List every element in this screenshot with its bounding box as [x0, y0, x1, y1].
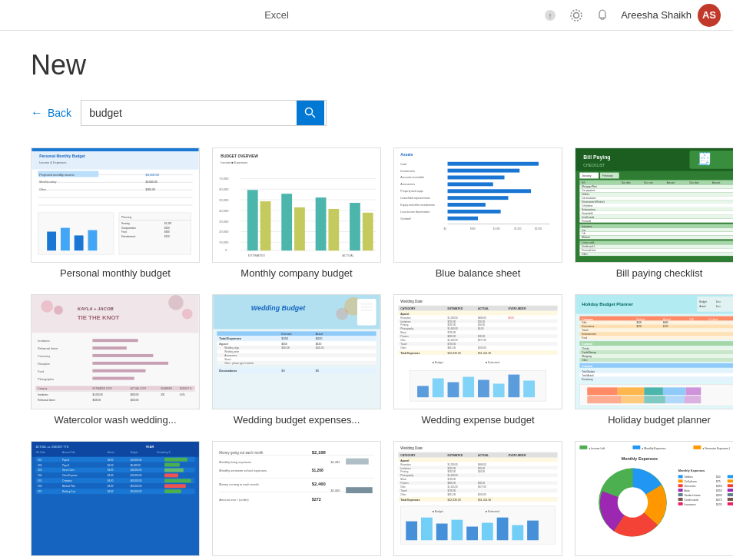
svg-text:Monthly living expenses: Monthly living expenses [219, 460, 251, 464]
back-arrow-icon: ← [31, 106, 43, 120]
template-label: Wedding expense budget [393, 414, 562, 426]
template-card-monthly-company-budget[interactable]: BUDGET OVERVIEW Income ■ Expenses 70,000… [212, 147, 381, 279]
svg-rect-498 [678, 502, 683, 505]
svg-text:$150: $150 [636, 325, 642, 328]
svg-text:Actual: Actual [316, 333, 323, 336]
template-card-bill-paying-checklist[interactable]: Bill Paying CHECKLIST 🧾 January February… [575, 147, 733, 279]
svg-rect-124 [579, 204, 733, 207]
svg-rect-314 [579, 354, 733, 358]
svg-rect-482 [678, 484, 683, 487]
template-thumb: Wedding Date: CATEGORY ESTIMATED ACTUAL … [393, 441, 562, 556]
svg-rect-74 [448, 162, 539, 166]
svg-text:BUDGET OVERVIEW: BUDGET OVERVIEW [221, 154, 258, 158]
svg-rect-304 [579, 332, 733, 336]
svg-rect-369 [164, 473, 178, 477]
svg-rect-28 [61, 228, 70, 251]
template-card-watercolor-wash-wedding[interactable]: KAYLA + JACOB TIE THE KNOT Invitations R… [31, 294, 200, 426]
svg-rect-217 [217, 368, 376, 373]
svg-rect-375 [164, 479, 191, 482]
svg-rect-462 [527, 521, 539, 541]
svg-rect-68 [363, 213, 373, 250]
svg-text:$250.00: $250.00 [448, 470, 456, 473]
share-icon[interactable]: ↑ [541, 6, 559, 25]
back-button[interactable]: ← Back [31, 106, 71, 120]
svg-rect-493 [728, 493, 733, 496]
settings-icon[interactable] [567, 6, 585, 25]
user-info[interactable]: Areesha Shaikh AS [621, 4, 721, 27]
svg-text:● Income Left: ● Income Left [589, 447, 605, 450]
svg-text:$40,000.00: $40,000.00 [131, 479, 142, 482]
svg-text:002: 002 [38, 464, 41, 467]
svg-text:Company: Company [62, 479, 72, 482]
svg-text:■ Estimated: ■ Estimated [486, 510, 499, 513]
svg-rect-454 [406, 522, 417, 541]
template-thumb: Holiday Budget Planner Budget Actual $xx… [575, 294, 733, 409]
svg-rect-481 [728, 479, 733, 482]
svg-text:Entertainment: Entertainment [582, 333, 596, 336]
svg-text:Monthly semester school expens: Monthly semester school expenses [219, 469, 267, 472]
svg-text:Holiday Budget Planner: Holiday Budget Planner [582, 302, 633, 307]
svg-text:$677.00: $677.00 [478, 485, 486, 489]
svg-rect-320 [579, 369, 733, 373]
svg-rect-76 [448, 169, 520, 173]
svg-rect-65 [316, 197, 327, 250]
template-card-semester-budget[interactable]: ● Income Left ● Monthly Expenses ● Semes… [575, 441, 733, 560]
svg-rect-61 [247, 190, 258, 250]
svg-text:Other: Other [39, 188, 46, 191]
svg-rect-274 [448, 382, 459, 397]
svg-text:↑: ↑ [549, 12, 552, 20]
svg-rect-80 [448, 182, 493, 186]
svg-rect-126 [579, 207, 733, 211]
svg-text:Total Actual: Total Actual [582, 374, 593, 377]
svg-text:Invitations: Invitations [400, 467, 411, 470]
search-button[interactable] [297, 101, 324, 125]
topbar-icons: ↑ [541, 6, 612, 25]
svg-text:Rehearsal dinner: Rehearsal dinner [38, 399, 55, 402]
svg-text:$500: $500 [716, 494, 722, 497]
svg-text:Travel: Travel [400, 343, 406, 346]
svg-text:Car payment: Car payment [582, 189, 595, 192]
template-card-actual-vs-budget[interactable]: ACTUAL vs. BUDGET YTD YEAR Gift Code Acc… [31, 441, 200, 560]
back-label: Back [48, 107, 71, 119]
svg-text:Actual: Actual [108, 451, 114, 454]
svg-text:Music: Music [400, 331, 406, 334]
svg-rect-330 [663, 387, 686, 395]
template-card-monthly-going[interactable]: Money going out each month Monthly livin… [212, 441, 381, 560]
svg-text:Food: Food [38, 370, 44, 373]
template-card-wedding-expense-budget[interactable]: Wedding Date: CATEGORY ESTIMATED ACTUAL … [393, 294, 562, 426]
svg-text:January: January [582, 174, 592, 177]
svg-text:Credit cards: Credit cards [582, 216, 594, 219]
page-title: New [31, 49, 702, 81]
svg-text:$400: $400 [164, 231, 170, 234]
svg-rect-228 [398, 311, 557, 316]
svg-text:Medical Plan: Medical Plan [62, 485, 75, 488]
svg-text:TIE THE KNOT: TIE THE KNOT [78, 314, 120, 321]
svg-text:Other: Other [582, 359, 587, 362]
svg-text:Actual: Actual [699, 305, 706, 308]
svg-text:Homeowner's/Renter's: Homeowner's/Renter's [582, 200, 605, 204]
notification-icon[interactable] [593, 6, 612, 25]
search-input[interactable] [81, 102, 297, 124]
template-card-wedding3[interactable]: Wedding Date: CATEGORY ESTIMATED ACTUAL … [393, 441, 562, 560]
template-thumb: Personal Monthly Budget Income & Expense… [31, 147, 200, 263]
svg-text:$10,000.00: $10,000.00 [131, 474, 142, 477]
svg-text:$320.00: $320.00 [316, 346, 324, 350]
template-card-personal-monthly-budget[interactable]: Personal Monthly Budget Income & Expense… [31, 147, 200, 279]
template-thumb: Wedding Budget Estimate Actual [212, 294, 381, 409]
svg-text:Printing: Printing [400, 323, 408, 326]
template-card-holiday-budget-planner[interactable]: Holiday Budget Planner Budget Actual $xx… [575, 294, 733, 426]
svg-text:$6.00: $6.00 [108, 474, 114, 477]
svg-text:$200.00: $200.00 [145, 188, 155, 191]
svg-text:Wedding rings: Wedding rings [224, 346, 239, 350]
svg-text:Category: Category [38, 387, 48, 390]
svg-text:Assets: Assets [400, 153, 413, 157]
svg-rect-88 [448, 210, 501, 214]
svg-text:Flowers: Flowers [400, 335, 409, 338]
svg-rect-167 [92, 369, 145, 373]
svg-text:Money coming in each month: Money coming in each month [219, 482, 258, 486]
template-card-wedding-budget-expenses[interactable]: Wedding Budget Estimate Actual [212, 294, 381, 426]
svg-text:Wedding attire: Wedding attire [224, 350, 239, 353]
template-card-blue-balance-sheet[interactable]: Assets Cash Investments Accounts receiva… [393, 147, 562, 279]
svg-text:Budget: Budget [699, 300, 707, 303]
svg-text:Bill Paying: Bill Paying [583, 154, 610, 161]
